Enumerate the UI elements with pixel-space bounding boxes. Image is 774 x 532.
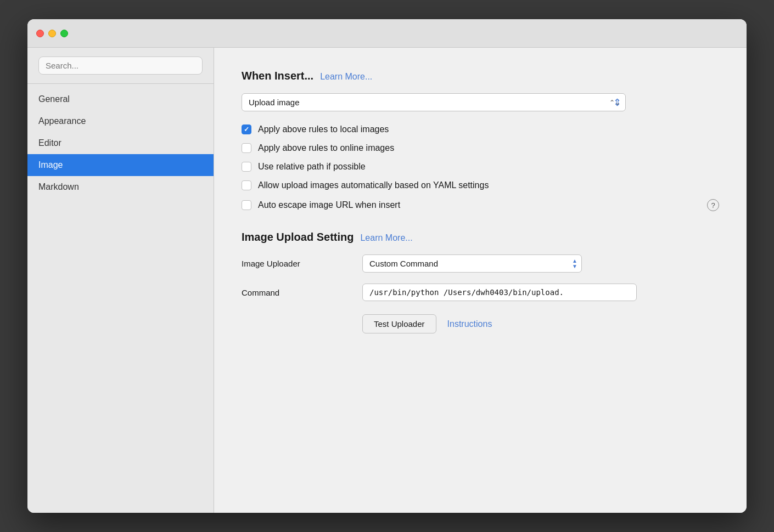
sidebar-item-general[interactable]: General <box>27 88 214 110</box>
content-area: General Appearance Editor Image Markdown <box>27 48 747 513</box>
checkbox-auto-upload-input[interactable] <box>242 180 251 190</box>
search-container <box>27 56 214 83</box>
when-insert-header: When Insert... Learn More... <box>242 70 719 82</box>
uploader-label: Image Uploader <box>242 259 351 268</box>
maximize-button[interactable] <box>60 30 68 37</box>
checkbox-auto-escape-input[interactable] <box>242 200 251 210</box>
command-input[interactable] <box>362 284 637 301</box>
sidebar: General Appearance Editor Image Markdown <box>27 48 214 513</box>
preferences-window: General Appearance Editor Image Markdown <box>27 19 747 513</box>
checkbox-group: Apply above rules to local images Apply … <box>242 124 719 211</box>
checkbox-auto-escape[interactable]: Auto escape image URL when insert ? <box>242 199 719 211</box>
when-insert-learn-more[interactable]: Learn More... <box>320 72 372 82</box>
minimize-button[interactable] <box>48 30 56 37</box>
checkbox-relative-path-input[interactable] <box>242 162 251 172</box>
sidebar-item-markdown[interactable]: Markdown <box>27 176 214 198</box>
checkbox-auto-upload[interactable]: Allow upload images automatically based … <box>242 180 719 190</box>
image-upload-header: Image Upload Setting Learn More... <box>242 231 719 244</box>
test-uploader-row: Test Uploader Instructions <box>242 314 719 333</box>
uploader-select[interactable]: Custom Command PicGo-Core GitHub SM.MS I… <box>362 254 582 273</box>
titlebar <box>27 19 747 48</box>
uploader-row: Image Uploader Custom Command PicGo-Core… <box>242 254 719 273</box>
test-uploader-button[interactable]: Test Uploader <box>362 314 436 333</box>
when-insert-select-wrapper: Upload image Copy to local folder Do not… <box>242 93 626 111</box>
sidebar-item-appearance[interactable]: Appearance <box>27 110 214 132</box>
sidebar-nav: General Appearance Editor Image Markdown <box>27 88 214 198</box>
main-panel: When Insert... Learn More... Upload imag… <box>214 48 747 513</box>
sidebar-item-image[interactable]: Image <box>27 154 214 176</box>
image-upload-title: Image Upload Setting <box>242 231 354 244</box>
checkbox-apply-local[interactable]: Apply above rules to local images <box>242 124 719 134</box>
checkbox-relative-path[interactable]: Use relative path if possible <box>242 162 719 172</box>
image-upload-learn-more[interactable]: Learn More... <box>360 233 412 243</box>
help-icon[interactable]: ? <box>707 199 719 211</box>
sidebar-item-editor[interactable]: Editor <box>27 132 214 154</box>
when-insert-title: When Insert... <box>242 70 313 82</box>
when-insert-dropdown-row: Upload image Copy to local folder Do not… <box>242 93 719 111</box>
traffic-lights <box>36 30 68 37</box>
command-row: Command <box>242 284 719 301</box>
instructions-link[interactable]: Instructions <box>447 319 492 329</box>
checkbox-apply-local-input[interactable] <box>242 124 251 134</box>
checkbox-apply-online-input[interactable] <box>242 143 251 153</box>
checkbox-apply-online[interactable]: Apply above rules to online images <box>242 143 719 153</box>
command-label: Command <box>242 288 351 297</box>
close-button[interactable] <box>36 30 44 37</box>
uploader-select-wrapper: Custom Command PicGo-Core GitHub SM.MS I… <box>362 254 582 273</box>
sidebar-divider <box>27 83 214 84</box>
settings-grid: Image Uploader Custom Command PicGo-Core… <box>242 254 719 333</box>
search-input[interactable] <box>38 56 203 75</box>
when-insert-select[interactable]: Upload image Copy to local folder Do not… <box>242 93 626 111</box>
